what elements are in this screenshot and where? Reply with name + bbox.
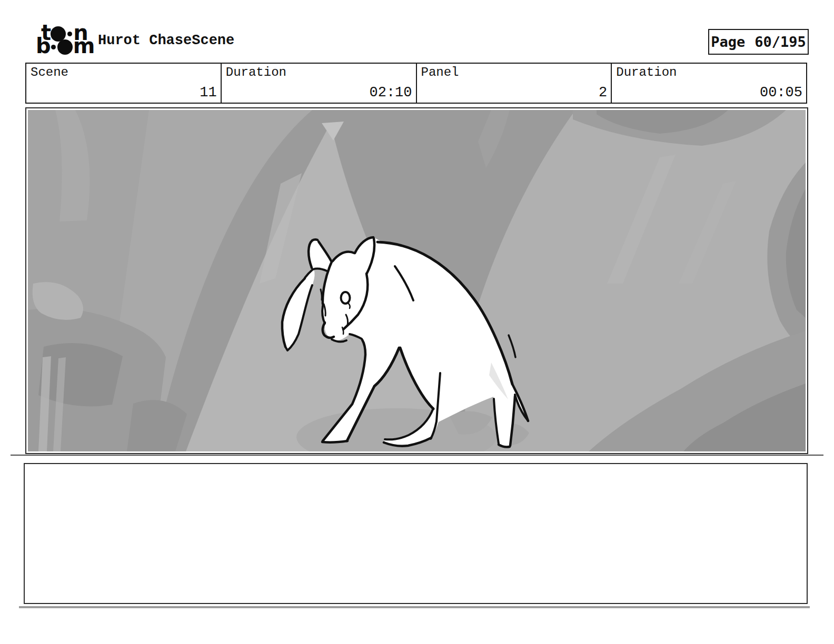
page-label: Page — [711, 34, 745, 50]
logo-small-dot-icon — [67, 32, 72, 36]
storyboard-drawing — [28, 110, 806, 451]
storyboard-page: t n b m Hurot ChaseScene Page 60/195 Sce… — [0, 0, 834, 644]
panel-label: Panel — [421, 65, 459, 79]
logo-row-2: b m — [36, 39, 104, 55]
caption-box-shadow — [19, 606, 810, 608]
info-cell-panel-duration: Duration 00:05 — [612, 64, 806, 103]
scene-label: Scene — [31, 65, 68, 79]
info-cell-scene: Scene 11 — [26, 64, 222, 103]
panel-value: 2 — [599, 85, 607, 100]
page-counter: Page 60/195 — [708, 29, 809, 55]
page-value: 60/195 — [754, 34, 806, 50]
info-bar: Scene 11 Duration 02:10 Panel 2 Duration… — [25, 63, 807, 104]
project-title: Hurot ChaseScene — [98, 33, 234, 48]
info-cell-scene-duration: Duration 02:10 — [222, 64, 417, 103]
logo-letter-b: b — [36, 40, 50, 52]
panel-caption-divider — [11, 455, 823, 456]
scene-duration-label: Duration — [226, 65, 286, 79]
logo-letter-m: m — [73, 40, 94, 52]
scene-duration-value: 02:10 — [369, 85, 412, 100]
panel-duration-value: 00:05 — [760, 85, 802, 100]
logo-small-dot-icon — [51, 45, 56, 49]
caption-box — [24, 463, 808, 604]
info-cell-panel: Panel 2 — [417, 64, 612, 103]
storyboard-panel-frame — [25, 107, 808, 454]
toonboom-logo: t n b m — [41, 26, 104, 58]
panel-duration-label: Duration — [616, 65, 677, 79]
logo-big-dot-icon — [57, 39, 73, 55]
scene-value: 11 — [200, 85, 216, 100]
